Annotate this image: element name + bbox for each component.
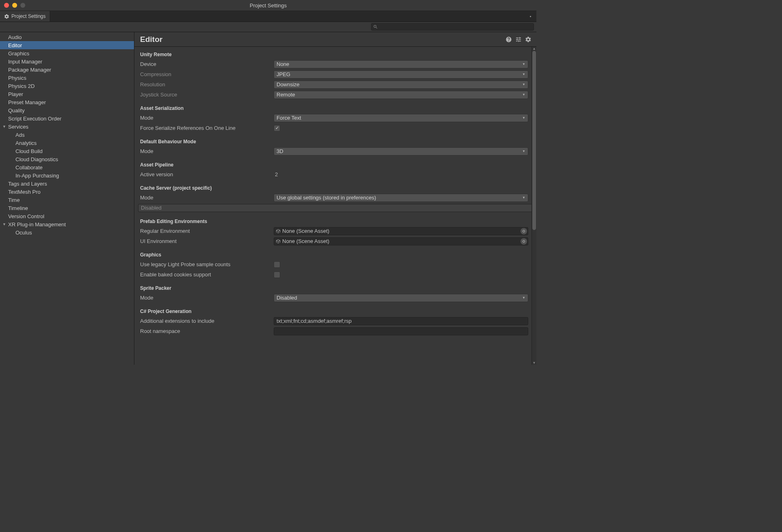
sidebar-item-collaborate[interactable]: Collaborate	[0, 163, 134, 171]
help-icon[interactable]	[505, 36, 512, 43]
sidebar-item-physics[interactable]: Physics	[0, 74, 134, 82]
dropdown-behaviour-mode[interactable]: 3D▼	[274, 147, 528, 155]
window-controls	[0, 3, 25, 8]
context-menu-button[interactable]	[524, 11, 536, 22]
search-row	[0, 22, 536, 32]
minimize-window[interactable]	[12, 3, 17, 8]
chevron-down-icon: ▼	[522, 116, 525, 120]
label-joystick-source: Joystick Source	[140, 92, 274, 98]
sidebar-item-services[interactable]: ▼Services	[0, 123, 134, 131]
dropdown-serialization-mode[interactable]: Force Text▼	[274, 114, 528, 122]
close-window[interactable]	[4, 3, 9, 8]
object-picker-icon[interactable]	[521, 228, 527, 234]
sidebar-item-label: Preset Manager	[8, 99, 46, 105]
sidebar-item-label: Analytics	[15, 140, 37, 146]
sidebar-item-label: Editor	[8, 42, 22, 48]
sidebar-item-label: Time	[8, 197, 20, 203]
label-active-version: Active version	[140, 171, 274, 177]
sidebar-item-tags-and-layers[interactable]: Tags and Layers	[0, 180, 134, 188]
sidebar-item-timeline[interactable]: Timeline	[0, 204, 134, 212]
content-header: Editor	[134, 32, 536, 47]
sidebar-item-graphics[interactable]: Graphics	[0, 49, 134, 57]
chevron-down-icon: ▼	[522, 93, 525, 96]
section-prefab-environments: Prefab Editing Environments	[140, 219, 528, 224]
label-compression: Compression	[140, 71, 274, 77]
sidebar-item-player[interactable]: Player	[0, 90, 134, 98]
sidebar-item-analytics[interactable]: Analytics	[0, 139, 134, 147]
checkbox-force-one-line[interactable]	[274, 125, 280, 131]
label-device: Device	[140, 61, 274, 67]
object-picker-icon[interactable]	[521, 238, 527, 245]
checkbox-baked-cookies[interactable]	[274, 271, 280, 278]
dropdown-resolution[interactable]: Downsize▼	[274, 81, 528, 89]
label-force-one-line: Force Serialize References On One Line	[140, 125, 274, 131]
scroll-up-icon: ▲	[532, 47, 536, 50]
sidebar-item-time[interactable]: Time	[0, 196, 134, 204]
sidebar-item-in-app-purchasing[interactable]: In-App Purchasing	[0, 171, 134, 180]
sidebar-item-label: Input Manager	[8, 59, 42, 65]
section-unity-remote: Unity Remote	[140, 52, 528, 57]
sidebar-item-label: Tags and Layers	[8, 181, 47, 187]
sidebar-item-label: Oculus	[15, 230, 32, 236]
label-root-namespace: Root namespace	[140, 328, 274, 334]
sidebar-item-ads[interactable]: Ads	[0, 131, 134, 139]
chevron-down-icon: ▼	[522, 196, 525, 199]
object-field-regular-env[interactable]: None (Scene Asset)	[274, 227, 528, 235]
section-sprite-packer: Sprite Packer	[140, 285, 528, 291]
sidebar-item-input-manager[interactable]: Input Manager	[0, 57, 134, 66]
sidebar-item-cloud-diagnostics[interactable]: Cloud Diagnostics	[0, 155, 134, 163]
content-panel: Editor Unity Remote DeviceNone▼ Compress…	[134, 32, 536, 365]
preset-icon[interactable]	[515, 36, 522, 43]
vertical-scrollbar[interactable]: ▲ ▼	[532, 47, 536, 365]
cache-status-field: Disabled	[138, 204, 536, 212]
sidebar-item-textmesh-pro[interactable]: TextMesh Pro	[0, 188, 134, 196]
gear-icon	[4, 14, 9, 19]
maximize-window[interactable]	[20, 3, 25, 8]
sidebar-item-xr-plug-in-management[interactable]: ▼XR Plug-in Management	[0, 220, 134, 228]
label-additional-extensions: Additional extensions to include	[140, 318, 274, 324]
sidebar-item-editor[interactable]: Editor	[0, 41, 134, 49]
sidebar-item-label: Services	[8, 124, 29, 130]
sidebar-item-label: Cloud Build	[15, 148, 43, 154]
page-title: Editor	[140, 35, 502, 44]
dropdown-device[interactable]: None▼	[274, 60, 528, 68]
kebab-icon	[530, 16, 531, 17]
dropdown-joystick-source[interactable]: Remote▼	[274, 91, 528, 99]
tab-project-settings[interactable]: Project Settings	[0, 11, 50, 22]
sidebar-item-label: TextMesh Pro	[8, 189, 40, 195]
sidebar-item-version-control[interactable]: Version Control	[0, 212, 134, 220]
dropdown-cache-mode[interactable]: Use global settings (stored in preferenc…	[274, 194, 528, 202]
sidebar-item-label: XR Plug-in Management	[8, 221, 66, 228]
sidebar-item-oculus[interactable]: Oculus	[0, 228, 134, 236]
caret-down-icon: ▼	[2, 125, 7, 129]
sidebar-item-label: Player	[8, 91, 23, 97]
sidebar-item-label: Ads	[15, 132, 24, 138]
dropdown-sprite-mode[interactable]: Disabled▼	[274, 294, 528, 302]
sidebar-item-script-execution-order[interactable]: Script Execution Order	[0, 114, 134, 123]
scroll-down-icon: ▼	[532, 361, 536, 365]
sidebar-item-cloud-build[interactable]: Cloud Build	[0, 147, 134, 155]
checkbox-legacy-light-probe[interactable]	[274, 261, 280, 268]
sidebar-item-physics-2d[interactable]: Physics 2D	[0, 82, 134, 90]
sidebar: AudioEditorGraphicsInput ManagerPackage …	[0, 32, 134, 365]
sidebar-item-label: Cloud Diagnostics	[15, 156, 58, 162]
sidebar-item-quality[interactable]: Quality	[0, 106, 134, 114]
sidebar-item-package-manager[interactable]: Package Manager	[0, 66, 134, 74]
search-input[interactable]	[371, 23, 534, 31]
sidebar-item-preset-manager[interactable]: Preset Manager	[0, 98, 134, 106]
object-field-ui-env[interactable]: None (Scene Asset)	[274, 237, 528, 245]
label-ui-environment: UI Environment	[140, 238, 274, 244]
scroll-area[interactable]: Unity Remote DeviceNone▼ CompressionJPEG…	[134, 47, 536, 365]
input-additional-extensions[interactable]	[274, 317, 528, 325]
tab-label: Project Settings	[11, 13, 46, 19]
scrollbar-thumb[interactable]	[532, 51, 536, 230]
sidebar-item-label: Timeline	[8, 205, 28, 211]
dropdown-compression[interactable]: JPEG▼	[274, 70, 528, 79]
sidebar-item-label: Graphics	[8, 50, 29, 57]
settings-icon[interactable]	[525, 36, 532, 43]
sidebar-item-audio[interactable]: Audio	[0, 33, 134, 41]
input-root-namespace[interactable]	[274, 327, 528, 335]
section-asset-serialization: Asset Serialization	[140, 105, 528, 111]
scene-asset-icon	[276, 229, 281, 234]
value-active-version: 2	[274, 171, 278, 177]
